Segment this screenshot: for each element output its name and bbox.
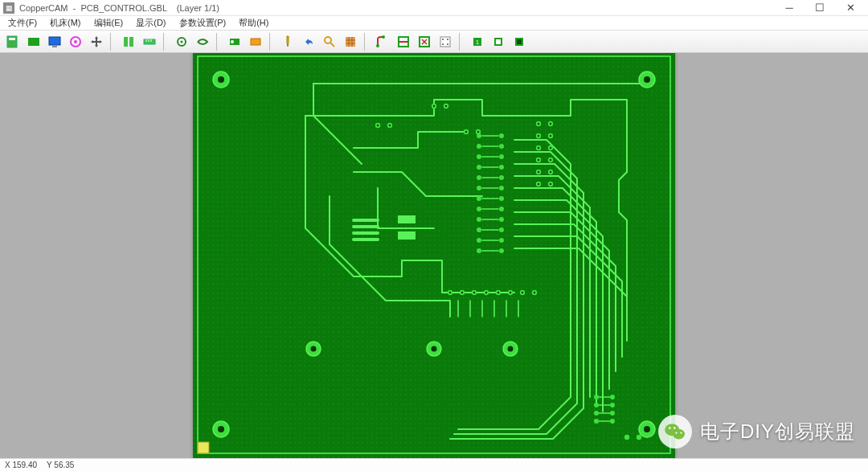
app-icon: ▦ bbox=[3, 2, 14, 14]
pcb-canvas[interactable] bbox=[193, 53, 675, 458]
svg-point-121 bbox=[610, 411, 615, 416]
svg-point-94 bbox=[477, 248, 481, 253]
target-pink-icon[interactable] bbox=[66, 33, 85, 51]
menu-display[interactable]: 显示(D) bbox=[131, 16, 170, 30]
file-new-icon[interactable] bbox=[3, 33, 23, 51]
svg-rect-2 bbox=[28, 38, 39, 46]
svg-point-87 bbox=[499, 207, 504, 211]
maximize-button[interactable]: ☐ bbox=[805, 1, 834, 15]
cursor-move-icon[interactable] bbox=[87, 33, 106, 51]
tool-cutter-icon[interactable] bbox=[278, 33, 297, 51]
svg-point-59 bbox=[644, 426, 650, 432]
chip-2-icon[interactable] bbox=[489, 33, 508, 51]
svg-point-135 bbox=[550, 135, 551, 137]
status-y: Y 56.35 bbox=[47, 461, 74, 469]
svg-rect-19 bbox=[251, 39, 260, 45]
align-icon[interactable] bbox=[119, 33, 138, 51]
svg-point-122 bbox=[594, 419, 599, 424]
svg-point-88 bbox=[477, 217, 481, 222]
window-controls: ─ ☐ ✕ bbox=[775, 1, 865, 15]
hatch-icon[interactable] bbox=[341, 33, 360, 51]
svg-point-79 bbox=[499, 165, 504, 170]
svg-point-91 bbox=[499, 227, 504, 232]
svg-point-132 bbox=[538, 123, 539, 125]
svg-point-145 bbox=[461, 292, 463, 293]
svg-point-150 bbox=[522, 292, 523, 293]
svg-rect-41 bbox=[517, 39, 522, 44]
svg-line-21 bbox=[330, 43, 334, 47]
svg-point-18 bbox=[231, 40, 234, 43]
svg-rect-22 bbox=[346, 37, 355, 47]
grid-icon[interactable] bbox=[436, 33, 455, 51]
isolate-icon[interactable] bbox=[193, 33, 212, 51]
drill-icon[interactable] bbox=[172, 33, 191, 51]
svg-point-77 bbox=[499, 154, 504, 159]
svg-point-131 bbox=[477, 131, 479, 133]
rect-orange-icon[interactable] bbox=[246, 33, 265, 51]
svg-point-128 bbox=[433, 105, 435, 107]
path-c-icon[interactable] bbox=[415, 33, 434, 51]
chip-3-icon[interactable] bbox=[510, 33, 529, 51]
svg-rect-50 bbox=[398, 215, 416, 223]
svg-point-35 bbox=[447, 43, 448, 45]
svg-point-33 bbox=[447, 39, 448, 40]
svg-rect-39 bbox=[496, 39, 501, 44]
svg-point-32 bbox=[442, 39, 444, 40]
node-green-icon[interactable] bbox=[225, 33, 244, 51]
svg-point-124 bbox=[637, 435, 641, 440]
path-a-icon[interactable] bbox=[373, 33, 392, 51]
svg-point-125 bbox=[624, 435, 629, 440]
svg-point-86 bbox=[477, 207, 481, 211]
svg-point-130 bbox=[465, 131, 467, 133]
svg-point-57 bbox=[218, 426, 224, 432]
svg-point-72 bbox=[477, 133, 481, 138]
menu-file[interactable]: 文件(F) bbox=[3, 16, 42, 30]
menu-machine[interactable]: 机床(M) bbox=[45, 16, 86, 30]
document-name: PCB_CONTROL.GBL bbox=[80, 3, 166, 13]
svg-point-89 bbox=[499, 217, 504, 222]
workspace[interactable] bbox=[0, 53, 868, 458]
svg-point-20 bbox=[325, 37, 331, 43]
menu-bar: 文件(F) 机床(M) 编辑(E) 显示(D) 参数设置(P) 帮助(H) bbox=[0, 16, 868, 31]
svg-point-53 bbox=[218, 76, 224, 83]
svg-point-146 bbox=[473, 292, 475, 293]
origin-marker bbox=[198, 442, 209, 453]
menu-edit[interactable]: 编辑(E) bbox=[89, 16, 129, 30]
window-title: CopperCAM - PCB_CONTROL.GBL (Layer 1/1) bbox=[19, 3, 775, 13]
svg-point-93 bbox=[499, 238, 504, 243]
svg-point-149 bbox=[510, 292, 511, 293]
svg-point-75 bbox=[499, 144, 504, 149]
undo-icon[interactable] bbox=[299, 33, 318, 51]
minimize-button[interactable]: ─ bbox=[775, 1, 804, 15]
svg-point-27 bbox=[376, 44, 379, 47]
svg-point-16 bbox=[181, 40, 183, 43]
svg-point-119 bbox=[610, 403, 615, 408]
svg-point-151 bbox=[534, 292, 535, 293]
svg-point-134 bbox=[538, 135, 539, 137]
svg-point-142 bbox=[538, 183, 539, 185]
chip-1-icon[interactable]: 1 bbox=[468, 33, 487, 51]
svg-point-143 bbox=[550, 183, 551, 185]
screen-icon[interactable] bbox=[45, 33, 64, 51]
svg-point-55 bbox=[644, 76, 650, 83]
svg-point-137 bbox=[550, 147, 551, 149]
svg-point-90 bbox=[477, 227, 481, 232]
ruler-icon[interactable] bbox=[140, 33, 159, 51]
svg-point-117 bbox=[610, 395, 615, 399]
svg-point-139 bbox=[550, 159, 551, 161]
path-b-icon[interactable] bbox=[394, 33, 413, 51]
svg-point-144 bbox=[449, 292, 451, 293]
svg-rect-1 bbox=[9, 38, 15, 40]
close-button[interactable]: ✕ bbox=[836, 1, 865, 15]
svg-point-118 bbox=[594, 403, 599, 408]
svg-point-141 bbox=[550, 171, 551, 173]
svg-point-129 bbox=[445, 105, 447, 107]
zoom-icon[interactable] bbox=[320, 33, 339, 51]
layer-green-icon[interactable] bbox=[24, 33, 43, 51]
menu-params[interactable]: 参数设置(P) bbox=[174, 16, 231, 30]
layer-info: (Layer 1/1) bbox=[177, 3, 219, 13]
svg-point-74 bbox=[477, 144, 481, 149]
svg-point-126 bbox=[377, 125, 379, 126]
svg-point-127 bbox=[389, 125, 391, 126]
menu-help[interactable]: 帮助(H) bbox=[234, 16, 273, 30]
